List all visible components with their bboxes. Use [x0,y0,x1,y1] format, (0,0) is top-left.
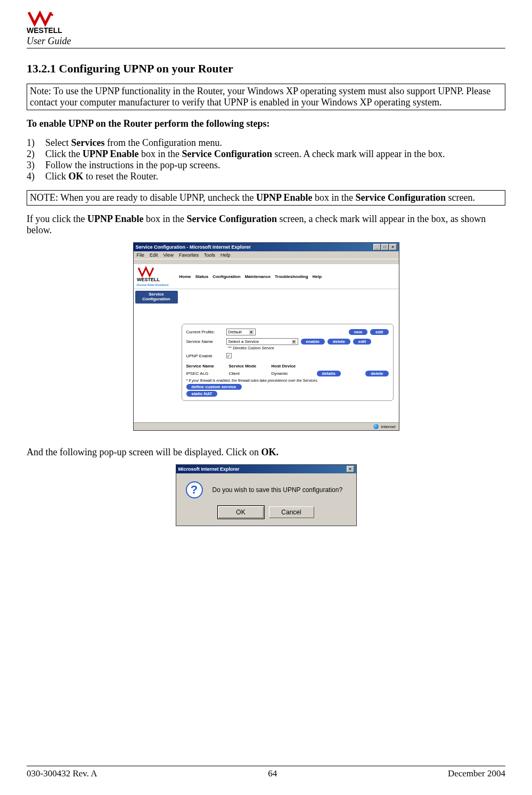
service-name-label: Service Name [186,339,226,344]
dialog-titlebar: Microsoft Internet Explorer × [176,465,356,473]
edit-profile-button[interactable]: edit [370,329,388,335]
menu-view[interactable]: View [163,252,174,258]
table-row: IPSEC ALG Client Dynamic details delete [186,371,389,376]
upnp-enable-label: UPNP Enable [186,354,226,358]
static-nat-button[interactable]: static NAT [186,391,218,397]
delete-service-button[interactable]: delete [328,339,350,345]
menu-favorites[interactable]: Favorites [179,252,199,258]
window-title: Service Configuration - Microsoft Intern… [136,244,251,250]
ok-button[interactable]: OK [218,506,264,518]
nav-troubleshooting[interactable]: Troubleshooting [275,274,308,279]
chevron-down-icon: ▾ [249,330,253,334]
nav-help[interactable]: Help [313,274,322,279]
denotes-note: "*" Denotes Custom Service [228,346,389,350]
edit-service-button[interactable]: edit [353,339,371,345]
dialog-message: Do you wish to save this UPNP configurat… [212,486,343,494]
service-name-select[interactable]: Select a Service▾ [226,338,298,345]
svg-text:WESTELL: WESTELL [137,277,160,282]
checkmark-icon: ✓ [227,354,231,358]
note-box-2: NOTE: When you are ready to disable UPNP… [27,190,505,206]
step-1: 1) Select Services from the Configuratio… [27,137,505,149]
paragraph-2: And the following pop-up screen will be … [27,447,505,458]
zone-label: Internet [381,424,395,429]
menu-tools[interactable]: Tools [204,252,215,258]
upnp-enable-checkbox[interactable]: ✓ [226,353,232,358]
app-nav: Home Status Configuration Maintenance Tr… [179,274,322,279]
browser-statusbar: Internet [134,422,399,430]
services-table-header: Service Name Service Mode Host Device [186,364,389,368]
enable-button[interactable]: enable [301,339,325,345]
paragraph-1: If you click the UPNP Enable box in the … [27,214,505,236]
brand-logo: WESTELL User Guide [27,11,505,47]
page-header: WESTELL User Guide [27,11,505,48]
question-icon: ? [186,481,203,498]
app-header: WESTELL Discover Better Broadband Home S… [134,264,399,289]
user-guide-label: User Guide [27,36,71,47]
close-icon[interactable]: × [389,244,397,250]
internet-zone-icon [373,424,379,429]
section-heading: 13.2.1 Configuring UPNP on your Router [27,62,505,76]
chevron-down-icon: ▾ [292,340,296,344]
minimize-icon[interactable]: _ [373,244,381,250]
footer-date: December 2004 [448,768,505,779]
step-2: 2) Click the UPNP Enable box in the Serv… [27,149,505,160]
step-4: 4) Click OK to reset the Router. [27,171,505,182]
menu-edit[interactable]: Edit [150,252,158,258]
details-button[interactable]: details [317,371,341,376]
dialog-title: Microsoft Internet Explorer [178,466,240,472]
cancel-button[interactable]: Cancel [269,506,314,518]
new-button[interactable]: new [349,329,368,335]
menu-file[interactable]: File [137,252,145,258]
maximize-icon[interactable]: □ [381,244,389,250]
footer-revision: 030-300432 Rev. A [27,768,97,779]
westell-logo-icon: WESTELL [27,11,75,35]
nav-home[interactable]: Home [179,274,191,279]
define-custom-service-button[interactable]: define custom service [186,384,242,390]
current-profile-select[interactable]: Default▾ [226,329,256,335]
dialog-screenshot: Microsoft Internet Explorer × ? Do you w… [27,464,505,526]
browser-screenshot: Service Configuration - Microsoft Intern… [27,242,505,431]
current-profile-label: Current Profile: [186,330,226,334]
nav-maintenance[interactable]: Maintenance [245,274,271,279]
close-icon[interactable]: × [347,466,354,472]
menu-help[interactable]: Help [220,252,231,258]
svg-point-0 [51,14,53,16]
browser-menubar: File Edit View Favorites Tools Help [134,251,399,259]
firewall-note: * If your firewall is enabled, the firew… [186,379,389,382]
toolbar-spacer [134,259,399,264]
nav-configuration[interactable]: Configuration [212,274,240,279]
sidebar-tab-service-config[interactable]: Service Configuration [135,291,178,304]
app-logo: WESTELL Discover Better Broadband [137,266,174,286]
steps-intro: To enable UPNP on the Router perform the… [27,118,505,129]
nav-status[interactable]: Status [195,274,208,279]
window-titlebar: Service Configuration - Microsoft Intern… [134,243,399,251]
note-box-1: Note: To use the UPNP functionality in t… [27,84,505,110]
svg-text:WESTELL: WESTELL [27,26,62,35]
delete-row-button[interactable]: delete [365,371,388,376]
steps-list: 1) Select Services from the Configuratio… [27,137,505,182]
page-footer: 030-300432 Rev. A 64 December 2004 [27,766,505,779]
footer-page-number: 64 [268,768,277,779]
step-3: 3) Follow the instructions in the pop-up… [27,160,505,171]
tagline: Discover Better Broadband [137,283,174,286]
